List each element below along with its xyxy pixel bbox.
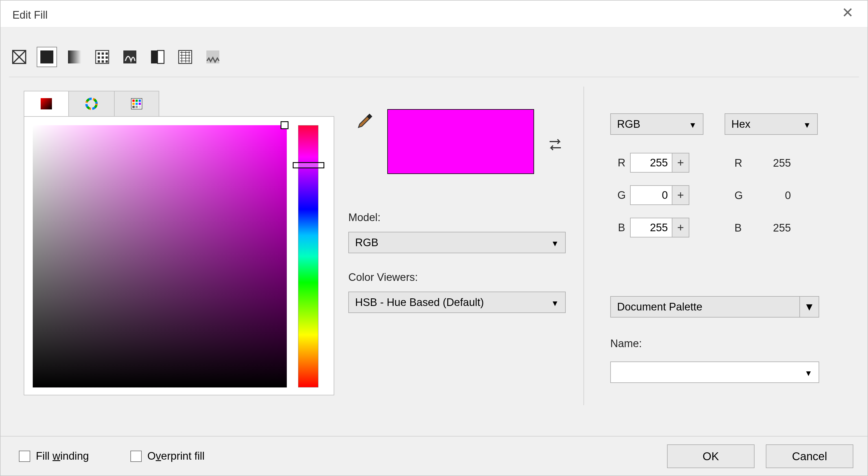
svg-rect-32	[132, 100, 135, 102]
cancel-button[interactable]: Cancel	[766, 444, 853, 468]
dialog-title: Edit Fill	[12, 9, 48, 21]
channel-b-label: B	[613, 222, 630, 234]
color-swatch	[387, 109, 534, 174]
dialog-footer: Fill winding Overprint fill OK Cancel	[1, 436, 867, 475]
fill-type-uniform[interactable]	[37, 47, 57, 67]
svg-rect-13	[102, 60, 104, 63]
svg-rect-33	[135, 100, 138, 102]
svg-rect-14	[105, 60, 108, 63]
tab-color-picker[interactable]	[24, 91, 69, 117]
hex-b-row: B 255	[735, 222, 791, 234]
channel-g-spinner[interactable]	[672, 185, 689, 205]
svg-rect-39	[135, 106, 138, 108]
hex-b-label: B	[735, 222, 754, 234]
svg-rect-16	[151, 50, 157, 63]
eyedropper-icon[interactable]	[353, 113, 373, 133]
svg-rect-8	[105, 53, 108, 55]
channel-r-label: R	[613, 157, 630, 169]
svg-rect-15	[123, 50, 136, 63]
hex-model-dropdown[interactable]: Hex ▼	[724, 113, 818, 135]
model-label: Model:	[348, 211, 380, 224]
svg-rect-17	[157, 50, 164, 63]
edit-fill-dialog: Edit Fill ✕	[0, 0, 868, 476]
svg-rect-27	[41, 98, 52, 109]
svg-rect-35	[132, 103, 135, 105]
chevron-down-icon: ▼	[551, 239, 559, 248]
title-bar: Edit Fill ✕	[1, 1, 867, 27]
fill-type-toolbar	[9, 44, 223, 70]
saturation-value-area[interactable]	[33, 125, 287, 387]
ok-button[interactable]: OK	[667, 444, 754, 468]
chevron-down-icon: ▼	[803, 121, 811, 130]
fill-type-pattern-vector[interactable]	[92, 47, 112, 67]
chevron-down-icon: ▼	[805, 369, 812, 378]
palette-dropdown-split[interactable]: ▼	[799, 297, 818, 317]
color-model-value: RGB	[617, 118, 640, 130]
svg-rect-40	[138, 106, 141, 108]
model-dropdown[interactable]: RGB ▼	[348, 232, 566, 253]
fill-type-two-color[interactable]	[147, 47, 168, 67]
hex-g-value: 0	[754, 190, 791, 202]
channel-b-row: B	[613, 218, 689, 237]
color-tabs	[24, 91, 159, 117]
hex-model-value: Hex	[732, 118, 751, 130]
tab-color-palettes[interactable]	[114, 91, 159, 117]
channel-r-row: R	[613, 153, 689, 173]
chevron-down-icon: ▼	[551, 299, 559, 308]
name-combobox[interactable]: ▼	[610, 362, 819, 383]
svg-rect-6	[98, 53, 100, 55]
color-viewers-value: HSB - Hue Based (Default)	[355, 296, 484, 308]
svg-rect-7	[102, 53, 104, 55]
swap-colors-icon[interactable]	[547, 136, 564, 156]
svg-rect-12	[98, 60, 100, 63]
fill-type-none[interactable]	[9, 47, 29, 67]
hue-cursor[interactable]	[293, 162, 324, 168]
palette-value: Document Palette	[617, 301, 702, 313]
svg-rect-38	[132, 106, 135, 108]
channel-g-row: G	[613, 185, 689, 205]
svg-rect-36	[135, 103, 138, 105]
channel-r-spinner[interactable]	[672, 153, 689, 173]
hex-g-row: G 0	[735, 190, 791, 202]
svg-rect-4	[68, 50, 81, 63]
checkbox-icon	[19, 451, 30, 462]
channel-g-label: G	[613, 189, 630, 201]
channel-b-input[interactable]	[630, 218, 672, 237]
name-label: Name:	[610, 338, 642, 350]
overprint-fill-checkbox[interactable]: Overprint fill	[130, 450, 205, 462]
svg-rect-9	[98, 57, 100, 59]
hex-g-label: G	[735, 190, 754, 202]
channel-r-input[interactable]	[630, 153, 672, 173]
svg-point-30	[86, 99, 97, 109]
fill-type-pattern-bitmap[interactable]	[120, 47, 140, 67]
hue-slider[interactable]	[298, 125, 318, 387]
hex-r-label: R	[735, 157, 754, 169]
svg-rect-11	[105, 57, 108, 59]
color-model-dropdown[interactable]: RGB ▼	[610, 113, 704, 135]
color-picker-frame	[24, 116, 334, 395]
svg-rect-3	[40, 50, 53, 63]
vertical-divider	[584, 87, 584, 405]
sv-cursor[interactable]	[281, 121, 288, 129]
svg-rect-34	[138, 100, 141, 102]
palette-dropdown[interactable]: Document Palette ▼	[610, 296, 819, 317]
tab-color-mixers[interactable]	[69, 91, 114, 117]
fill-type-postscript[interactable]	[203, 47, 223, 67]
svg-rect-37	[138, 103, 141, 105]
channel-g-input[interactable]	[630, 185, 672, 205]
checkbox-icon	[130, 451, 142, 462]
hex-r-value: 255	[754, 157, 791, 169]
chevron-down-icon: ▼	[804, 301, 815, 313]
hex-b-value: 255	[754, 222, 791, 234]
fill-type-texture[interactable]	[175, 47, 195, 67]
model-value: RGB	[355, 237, 378, 249]
channel-b-spinner[interactable]	[672, 218, 689, 237]
close-icon[interactable]: ✕	[839, 6, 856, 23]
chevron-down-icon: ▼	[689, 121, 697, 130]
color-viewers-dropdown[interactable]: HSB - Hue Based (Default) ▼	[348, 292, 566, 313]
fill-winding-checkbox[interactable]: Fill winding	[19, 450, 89, 462]
hex-r-row: R 255	[735, 157, 791, 169]
svg-rect-10	[102, 57, 104, 59]
toolbar-divider	[9, 77, 859, 77]
fill-type-fountain[interactable]	[64, 47, 85, 67]
